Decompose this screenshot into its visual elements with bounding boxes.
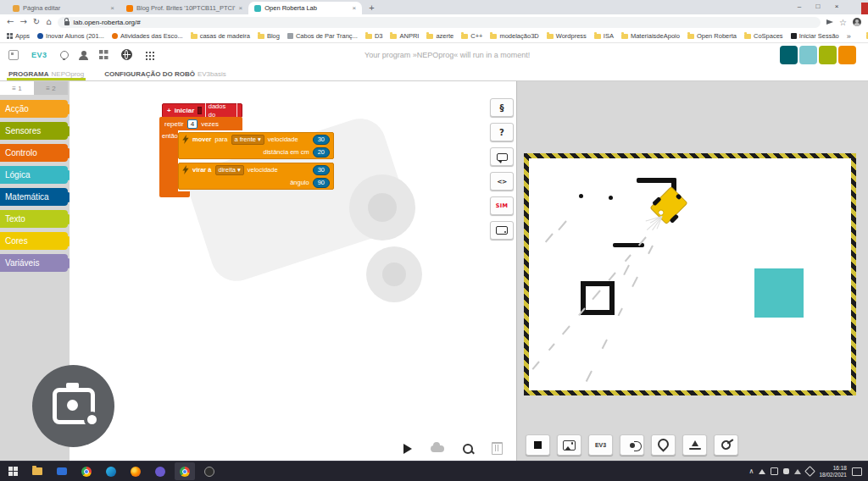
taskbar-discord-icon[interactable] xyxy=(150,462,170,480)
maximize-button[interactable]: □ xyxy=(809,0,827,12)
robot-system-label[interactable]: EV3 xyxy=(31,51,47,59)
repeat-block-header[interactable]: repetir 4 vezes xyxy=(159,117,242,130)
turn-block[interactable]: virar à direita ▾ velocidade 30 ângulo 9… xyxy=(178,163,334,190)
tray-chevron-icon[interactable]: ∧ xyxy=(749,467,754,475)
bookmark-item[interactable]: Cabos de Par Tranç... xyxy=(287,32,358,40)
bookmark-item[interactable]: Apps xyxy=(7,32,30,40)
category-controlo[interactable]: Controlo xyxy=(0,144,68,162)
direction-dropdown[interactable]: a frente ▾ xyxy=(231,135,264,145)
bookmark-item[interactable]: ISA xyxy=(594,32,614,40)
sim-color-block[interactable] xyxy=(754,268,804,318)
bookmark-item[interactable]: modelação3D xyxy=(490,32,538,40)
taskbar-briefcase-icon[interactable] xyxy=(52,462,72,480)
bookmark-item[interactable]: casas de madeira xyxy=(191,32,250,40)
angle-value-block[interactable]: 90 xyxy=(313,178,330,188)
zoom-button[interactable] xyxy=(463,444,473,454)
taskbar-file-explorer-icon[interactable] xyxy=(27,462,47,480)
bookmark-item[interactable]: Blog xyxy=(258,32,280,40)
speed-value-block[interactable]: 30 xyxy=(313,135,330,145)
bookmark-item[interactable]: Atividades das Esco... xyxy=(112,32,183,40)
bookmark-item[interactable]: Inovar Alunos (201... xyxy=(37,32,104,40)
bookmark-item[interactable]: C++ xyxy=(461,32,482,40)
tab-program[interactable]: PROGRAMA NEPOprog xyxy=(7,70,86,80)
palette-toggle-1[interactable]: ≡ 1 xyxy=(0,81,34,95)
category-lógica[interactable]: Lógica xyxy=(0,166,68,184)
reload-icon[interactable]: ↻ xyxy=(33,18,40,26)
turn-speed-value-block[interactable]: 30 xyxy=(313,165,330,175)
tray-pen-icon[interactable] xyxy=(805,466,816,477)
tab-close-icon[interactable]: × xyxy=(353,4,357,12)
gallery-grid-icon[interactable] xyxy=(99,50,108,59)
bookmark-item[interactable]: Wordpress xyxy=(547,32,587,40)
user-icon[interactable] xyxy=(81,51,86,56)
cloud-sync-button[interactable] xyxy=(431,445,444,452)
bookmark-item[interactable]: Open Roberta xyxy=(687,32,737,40)
browser-tab[interactable]: Open Roberta Lab× xyxy=(248,2,362,14)
category-acção[interactable]: Acção xyxy=(0,100,68,118)
bookmark-item[interactable]: D3 xyxy=(365,32,383,40)
address-bar[interactable]: lab.open-roberta.org/# xyxy=(58,17,821,28)
category-cores[interactable]: Cores xyxy=(0,232,68,250)
lens-camera-overlay[interactable] xyxy=(32,365,114,447)
tab-close-icon[interactable]: × xyxy=(110,4,114,12)
view-toggle-icon[interactable] xyxy=(8,50,19,60)
distance-value-block[interactable]: 20 xyxy=(313,147,330,158)
bookmark-star-icon[interactable]: ☆ xyxy=(839,18,847,27)
scene-button[interactable] xyxy=(557,434,581,456)
run-program-button[interactable] xyxy=(403,444,412,454)
turn-direction-dropdown[interactable]: direita ▾ xyxy=(215,165,244,175)
bookmark-item[interactable]: MateriaisdeApoio xyxy=(621,32,680,40)
category-variáveis[interactable]: Variáveis xyxy=(0,254,68,272)
stop-button[interactable] xyxy=(526,434,550,456)
help-button[interactable]: ? xyxy=(490,123,514,141)
taskbar-chrome-active-icon[interactable] xyxy=(175,462,195,480)
legal-button[interactable]: § xyxy=(490,98,514,117)
close-button[interactable]: × xyxy=(827,0,846,12)
taskbar-chrome-icon[interactable] xyxy=(76,462,97,480)
category-texto[interactable]: Texto xyxy=(0,210,68,228)
expand-icon[interactable]: + xyxy=(167,107,171,114)
move-block[interactable]: mover para a frente ▾ velocidade 30 dist… xyxy=(178,132,334,159)
bookmark-item[interactable]: ANPRI xyxy=(390,32,419,40)
taskbar-start-icon[interactable] xyxy=(3,462,23,480)
menu-grid-icon[interactable] xyxy=(145,51,154,60)
taskbar-obs-icon[interactable] xyxy=(199,462,220,480)
profile-avatar[interactable] xyxy=(853,18,861,26)
tab-close-icon[interactable]: × xyxy=(239,4,243,12)
tray-network-icon[interactable] xyxy=(794,469,801,474)
tab-robot-config[interactable]: CONFIGURAÇÃO DO ROBÔ EV3basis xyxy=(103,70,227,80)
new-tab-button[interactable]: + xyxy=(369,3,374,13)
start-block[interactable]: + iniciar mostrar dados do sensor xyxy=(162,103,242,118)
category-matemática[interactable]: Matemática xyxy=(0,188,68,206)
tray-app-icon[interactable] xyxy=(771,467,778,475)
taskbar-clock[interactable]: 16:18 18/02/2021 xyxy=(819,465,847,478)
sim-button[interactable]: SIM xyxy=(490,196,514,215)
browser-tab[interactable]: Blog Prof. Brites '10PTCB11_PTCI'× xyxy=(120,2,248,14)
minimize-button[interactable]: – xyxy=(790,0,809,12)
sound-button[interactable] xyxy=(620,434,644,456)
feedback-button[interactable] xyxy=(490,147,514,166)
sensor-data-checkbox[interactable] xyxy=(198,107,202,114)
language-globe-icon[interactable] xyxy=(121,49,132,60)
bookmark-item[interactable]: CoSpaces xyxy=(744,32,783,40)
tray-shield-icon[interactable] xyxy=(759,469,765,474)
forward-icon[interactable]: → xyxy=(19,18,26,26)
back-icon[interactable]: ← xyxy=(7,18,14,26)
category-sensores[interactable]: Sensores xyxy=(0,122,68,140)
home-icon[interactable]: ⌂ xyxy=(46,18,51,26)
position-button[interactable] xyxy=(651,434,676,456)
sim-field[interactable] xyxy=(529,158,851,390)
beacon-button[interactable] xyxy=(682,434,707,456)
trash-button[interactable] xyxy=(492,442,503,455)
code-view-button[interactable]: <> xyxy=(490,172,514,191)
repeat-count-input[interactable]: 4 xyxy=(187,119,198,129)
robot-select-button[interactable]: EV3 xyxy=(588,434,613,456)
program-canvas[interactable]: + iniciar mostrar dados do sensor repeti… xyxy=(70,81,516,462)
palette-toggle-2[interactable]: ≡ 2 xyxy=(34,81,68,95)
key-button[interactable] xyxy=(714,434,738,456)
bookmark-item[interactable]: azerte xyxy=(426,32,453,40)
taskbar-firefox-icon[interactable] xyxy=(125,462,146,480)
tray-speaker-icon[interactable] xyxy=(783,468,789,474)
tutorial-bulb-icon[interactable] xyxy=(60,51,69,59)
send-icon[interactable] xyxy=(826,19,833,25)
